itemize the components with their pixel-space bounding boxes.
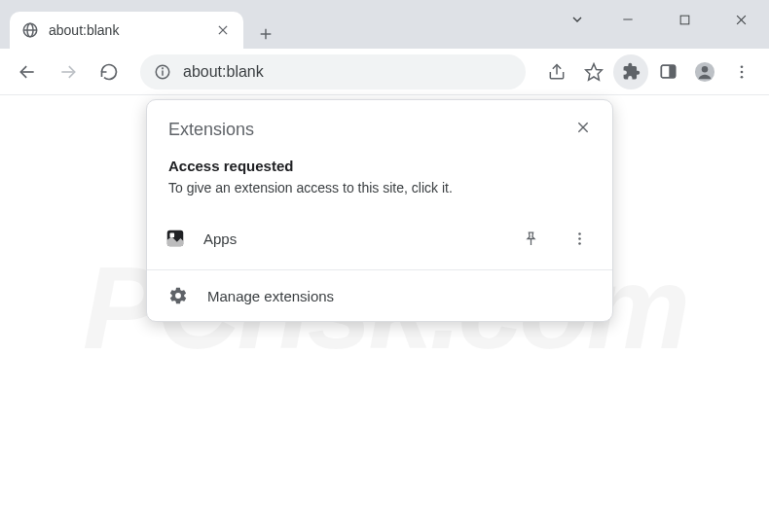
svg-point-25 <box>741 75 744 78</box>
pin-icon[interactable] <box>515 223 546 254</box>
toolbar-right <box>539 54 759 89</box>
tab-active[interactable]: about:blank <box>10 12 243 49</box>
popup-title: Extensions <box>168 120 591 140</box>
profile-icon[interactable] <box>687 54 722 89</box>
svg-rect-29 <box>170 233 175 238</box>
extension-name: Apps <box>203 231 497 247</box>
menu-icon[interactable] <box>724 54 759 89</box>
site-info-icon[interactable] <box>154 63 171 81</box>
page-content: PCrisk.com Extensions Access requested T… <box>0 95 769 532</box>
tab-close-icon[interactable] <box>214 21 232 39</box>
globe-icon <box>21 21 39 39</box>
manage-extensions-label: Manage extensions <box>207 288 334 304</box>
gear-icon <box>168 286 188 305</box>
svg-rect-8 <box>680 16 689 24</box>
side-panel-icon[interactable] <box>650 54 685 89</box>
reload-button[interactable] <box>92 54 127 89</box>
tab-search-icon[interactable] <box>555 0 600 39</box>
svg-point-24 <box>741 70 744 73</box>
share-icon[interactable] <box>539 54 574 89</box>
popup-header: Extensions <box>147 100 612 148</box>
section-description: To give an extension access to this site… <box>168 180 591 195</box>
toolbar: about:blank <box>0 49 769 95</box>
window-controls <box>555 0 769 39</box>
svg-point-15 <box>163 67 164 68</box>
extension-item[interactable]: Apps <box>147 211 612 266</box>
manage-extensions-button[interactable]: Manage extensions <box>147 270 612 321</box>
minimize-button[interactable] <box>600 0 656 39</box>
section-title: Access requested <box>168 158 591 174</box>
svg-rect-19 <box>669 65 675 78</box>
svg-point-23 <box>741 65 744 68</box>
more-icon[interactable] <box>564 223 595 254</box>
extensions-icon[interactable] <box>613 54 648 89</box>
apps-extension-icon <box>165 228 186 249</box>
close-icon[interactable] <box>569 114 597 141</box>
svg-point-33 <box>578 242 581 245</box>
svg-point-22 <box>702 66 708 72</box>
tabs-area: about:blank <box>0 0 280 49</box>
maximize-button[interactable] <box>656 0 713 39</box>
address-text: about:blank <box>183 63 512 81</box>
svg-marker-17 <box>586 63 603 80</box>
access-requested-section: Access requested To give an extension ac… <box>147 148 612 211</box>
svg-point-32 <box>578 237 581 240</box>
forward-button[interactable] <box>51 54 86 89</box>
bookmark-icon[interactable] <box>576 54 611 89</box>
new-tab-button[interactable] <box>251 19 280 49</box>
close-window-button[interactable] <box>713 0 769 39</box>
back-button[interactable] <box>10 54 45 89</box>
browser-window: about:blank <box>0 0 769 532</box>
titlebar: about:blank <box>0 0 769 49</box>
address-bar[interactable]: about:blank <box>140 54 526 89</box>
svg-point-31 <box>578 232 581 235</box>
tab-title: about:blank <box>49 22 204 38</box>
extensions-popup: Extensions Access requested To give an e… <box>146 99 613 322</box>
